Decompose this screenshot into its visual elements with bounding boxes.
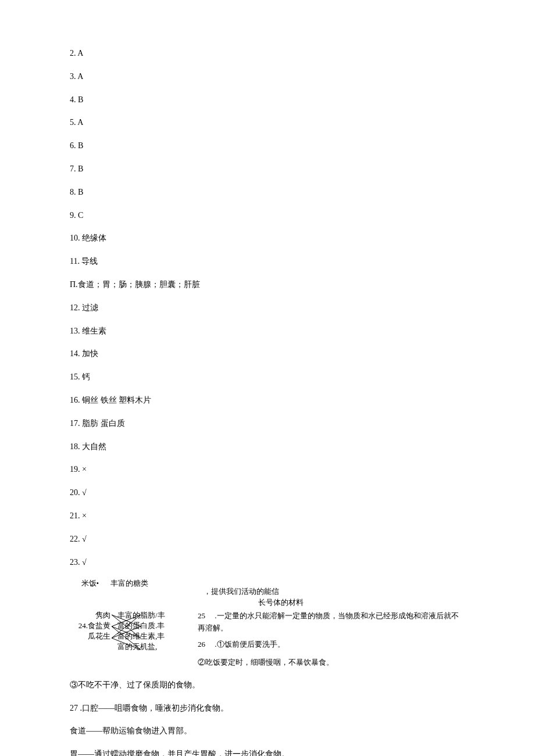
match-top-right: ，提供我们活动的能信 长号体的材料 [204, 578, 465, 607]
answer-val: B [78, 141, 83, 150]
answer-val: 钙 [82, 372, 90, 381]
answer-num: 10. [70, 234, 80, 242]
match-material: 长号体的材料 [258, 598, 304, 607]
answer-val: 大自然 [82, 442, 106, 451]
q26-num: 26 [198, 639, 205, 651]
answer-val: A [77, 49, 83, 58]
answer-val: 脂肪 蛋白质 [82, 419, 125, 428]
q26-text: .①饭前便后要洗手。 [213, 640, 285, 648]
answer-row: 11. 导线 [70, 255, 465, 268]
answer-num: 18. [70, 442, 80, 451]
answer-num: 15. [70, 372, 80, 381]
answer-num: 13. [70, 327, 80, 335]
tail-line: 胃——通过蠕动搅磨食物，并且产生胃酸，进一步消化食物。 [70, 747, 465, 756]
answer-num: 12. [70, 303, 80, 312]
answer-val: 铜丝 铁丝 塑料木片 [82, 396, 151, 404]
answer-row: 7. B [70, 162, 465, 176]
answer-row: 15. 钙 [70, 370, 465, 384]
answer-val: C [78, 211, 83, 220]
match-food-rice: 米饭• [81, 579, 99, 587]
answer-row: 21. × [70, 509, 465, 523]
answer-num: 2. [70, 49, 76, 58]
answer-num: 16. [70, 396, 80, 404]
svg-line-6 [112, 638, 141, 650]
answer-num: 5. [70, 118, 76, 127]
answer-row: 14. 加快 [70, 347, 465, 361]
match-lines-icon [70, 610, 198, 657]
answer-num: 9. [70, 211, 76, 220]
match-top-row: 米饭• 丰富的糖类 ，提供我们活动的能信 长号体的材料 [70, 578, 465, 607]
answer-val: A [77, 72, 83, 81]
answer-row: 20. √ [70, 486, 465, 500]
answer-val: B [78, 164, 83, 173]
answer-val: B [78, 95, 83, 104]
answer-num: 20. [70, 488, 80, 497]
answer-row: 18. 大自然 [70, 440, 465, 454]
answer-val: √ [82, 488, 87, 497]
tail-line: 食道——帮助运输食物进入胃部。 [70, 724, 465, 738]
answer-row: 4. B [70, 93, 465, 107]
answer-row: 19. × [70, 463, 465, 476]
answer-val: × [82, 465, 87, 474]
answer-row: 9. C [70, 209, 465, 223]
answer-row: 13. 维生素 [70, 324, 465, 338]
answer-row: 8. B [70, 185, 465, 199]
answer-row: 17. 脂肪 蛋白质 [70, 417, 465, 431]
tail-line: 27 .口腔——咀嚼食物，唾液初步消化食物。 [70, 701, 465, 715]
svg-line-7 [112, 626, 141, 650]
answer-num: 6. [70, 141, 76, 150]
answer-num: 7. [70, 164, 76, 173]
tail-line: ③不吃不干净、过了保质期的食物。 [70, 678, 465, 692]
answer-row: 10. 绝缘体 [70, 231, 465, 245]
answer-val: A [77, 118, 83, 127]
answer-val: B [78, 188, 83, 196]
match-top-cont: ，提供我们活动的能信 [204, 587, 279, 596]
answer-row: 12. 过滤 [70, 301, 465, 315]
answer-row: 16. 铜丝 铁丝 塑料木片 [70, 393, 465, 407]
match-diagram: 隽肉丰富的脂肪/丰 24.食盐黄富的蛋白质.丰 瓜花生富的维生素,丰 富的无机盐… [70, 610, 198, 669]
answer-val: 加快 [82, 349, 98, 358]
match-top-left: 米饭• 丰富的糖类 [70, 578, 204, 607]
q25: 25 .一定量的水只能溶解一定量的物质，当物质和水已经形成饱和溶液后就不再溶解。 [198, 610, 465, 635]
answer-num: 11. [70, 257, 80, 266]
answer-val: 过滤 [82, 303, 98, 312]
answer-num: 8. [70, 188, 76, 196]
answer-num: 14. [70, 349, 80, 358]
answer-num: 23. [70, 558, 80, 567]
match-nut-sugar: 丰富的糖类 [110, 579, 148, 587]
q26: 26 .①饭前便后要洗手。 [198, 639, 465, 651]
q25-num: 25 [198, 610, 205, 622]
page: 2. A 3. A 4. B 5. A 6. B 7. B 8. B 9. C … [0, 0, 535, 756]
answer-num: 17. [70, 419, 80, 428]
answer-num: 19. [70, 465, 80, 474]
answer-val: √ [82, 558, 87, 567]
answer-row: 3. A [70, 70, 465, 84]
answer-val: 维生素 [82, 327, 106, 335]
q25-text: .一定量的水只能溶解一定量的物质，当物质和水已经形成饱和溶液后就不再溶解。 [198, 611, 459, 632]
answer-num: 4. [70, 95, 76, 104]
q25-q26-block: 25 .一定量的水只能溶解一定量的物质，当物质和水已经形成饱和溶液后就不再溶解。… [198, 610, 465, 669]
answer-row: 22. √ [70, 532, 465, 546]
answer-val: 导线 [81, 257, 98, 266]
answer-num: 3. [70, 72, 76, 81]
answer-row: 2. A [70, 46, 465, 60]
q26-line2: ②吃饭要定时，细嚼慢咽，不暴饮暴食。 [198, 657, 465, 669]
answer-row: 23. √ [70, 556, 465, 569]
answer-row: 6. B [70, 139, 465, 153]
answer-num: 22. [70, 535, 80, 543]
match-body-row: 隽肉丰富的脂肪/丰 24.食盐黄富的蛋白质.丰 瓜花生富的维生素,丰 富的无机盐… [70, 610, 465, 669]
answer-num: 21. [70, 511, 80, 520]
row-pi: Π.食道；胃；肠；胰腺；胆囊；肝脏 [70, 278, 465, 292]
answer-val: 绝缘体 [82, 234, 106, 242]
answer-val: × [82, 511, 87, 520]
answer-row: 5. A [70, 116, 465, 130]
answer-val: √ [82, 535, 87, 543]
